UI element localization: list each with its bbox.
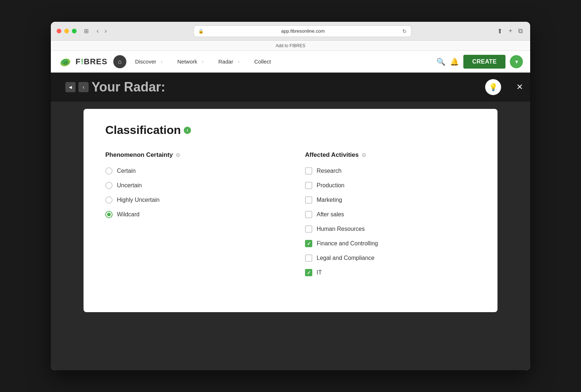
bulb-button[interactable]: 💡 [485, 79, 501, 95]
lock-icon: 🔒 [198, 29, 204, 34]
activities-section: Affected Activities ⊙ Research Productio… [305, 151, 476, 276]
app-logo: F!BRES [58, 54, 107, 69]
checkbox-item-research[interactable]: Research [305, 167, 476, 175]
checkbox-research[interactable] [305, 167, 312, 175]
checkbox-item-it[interactable]: IT [305, 269, 476, 276]
radio-certain[interactable] [105, 167, 113, 175]
minimize-window-button[interactable] [64, 29, 69, 33]
share-button[interactable]: ⬆ [496, 26, 504, 37]
radio-highly-uncertain-label: Highly Uncertain [117, 197, 159, 203]
checkbox-production-label: Production [317, 182, 345, 189]
radio-wildcard[interactable] [105, 211, 113, 218]
traffic-lights [57, 29, 77, 33]
radio-item-wildcard[interactable]: Wildcard [105, 211, 276, 218]
logo-svg [58, 54, 73, 69]
create-button[interactable]: CREATE [463, 55, 505, 69]
activities-checkbox-group: Research Production Marketing After [305, 167, 476, 276]
app-nav: F!BRES ⌂ Discover Network Radar Collect … [51, 51, 530, 73]
hero-collapse-button[interactable]: ◄ [65, 82, 76, 92]
sidebar-toggle-icon[interactable]: ⊞ [84, 28, 89, 34]
hero-area: ◄ ‹ Your Radar: 💡 ✕ [51, 73, 530, 102]
back-button[interactable]: ‹ [94, 26, 101, 36]
checkbox-item-production[interactable]: Production [305, 182, 476, 189]
checkbox-legal[interactable] [305, 254, 312, 262]
checkbox-item-marketing[interactable]: Marketing [305, 196, 476, 204]
radio-wildcard-label: Wildcard [117, 211, 139, 218]
toolbar-actions: ⬆ + ⧉ [496, 26, 524, 37]
radio-item-highly-uncertain[interactable]: Highly Uncertain [105, 196, 276, 204]
checkbox-finance[interactable] [305, 240, 312, 247]
checkbox-item-finance[interactable]: Finance and Controlling [305, 240, 476, 247]
notification-button[interactable]: 🔔 [450, 57, 459, 66]
title-bar: ⊞ ‹ › 🔒 app.fibresonline.com ↻ ⬆ + ⧉ [51, 22, 530, 41]
close-hero-button[interactable]: ✕ [516, 82, 523, 92]
phenomenon-info-icon[interactable]: ⊙ [176, 152, 180, 158]
radio-highly-uncertain[interactable] [105, 196, 113, 204]
panel-info-badge[interactable]: i [184, 127, 191, 134]
bulb-icon: 💡 [489, 83, 498, 91]
radio-item-certain[interactable]: Certain [105, 167, 276, 175]
checkbox-after-sales[interactable] [305, 211, 312, 218]
phenomenon-title: Phenomenon Certainty ⊙ [105, 151, 276, 159]
url-text: app.fibresonline.com [207, 28, 399, 34]
add-bar: Add to FIBRES [51, 41, 530, 51]
checkbox-it[interactable] [305, 269, 312, 276]
radio-certain-label: Certain [117, 168, 136, 174]
logo-text: F!BRES [76, 57, 107, 66]
hero-back-button[interactable]: ‹ [78, 82, 89, 92]
phenomenon-section: Phenomenon Certainty ⊙ Certain Uncertain [105, 151, 276, 276]
checkbox-item-after-sales[interactable]: After sales [305, 211, 476, 218]
radio-uncertain[interactable] [105, 182, 113, 189]
checkbox-finance-label: Finance and Controlling [317, 240, 378, 247]
nav-item-collect[interactable]: Collect [247, 56, 278, 67]
reload-icon[interactable]: ↻ [402, 28, 407, 34]
checkbox-legal-label: Legal and Compliance [317, 255, 374, 261]
nav-item-discover[interactable]: Discover [128, 56, 170, 68]
forward-button[interactable]: › [102, 26, 109, 36]
search-button[interactable]: 🔍 [436, 57, 446, 66]
checkbox-item-hr[interactable]: Human Resources [305, 225, 476, 233]
radio-item-uncertain[interactable]: Uncertain [105, 182, 276, 189]
tab-overview-button[interactable]: ⧉ [517, 26, 524, 36]
checkbox-production[interactable] [305, 182, 312, 189]
url-bar[interactable]: 🔒 app.fibresonline.com ↻ [194, 25, 411, 37]
hero-title: Your Radar: [92, 79, 165, 95]
nav-right: 🔍 🔔 CREATE ▾ [436, 55, 523, 69]
checkbox-hr-label: Human Resources [317, 226, 365, 232]
home-button[interactable]: ⌂ [113, 55, 126, 68]
nav-item-radar[interactable]: Radar [211, 56, 247, 68]
checkbox-marketing-label: Marketing [317, 197, 342, 203]
phenomenon-radio-group: Certain Uncertain Highly Uncertain [105, 167, 276, 218]
new-tab-button[interactable]: + [507, 26, 514, 36]
add-bar-text: Add to FIBRES [276, 43, 305, 48]
activities-info-icon[interactable]: ⊙ [362, 152, 366, 158]
nav-item-network[interactable]: Network [170, 56, 211, 68]
checkbox-item-legal[interactable]: Legal and Compliance [305, 254, 476, 262]
checkbox-it-label: IT [317, 269, 322, 276]
maximize-window-button[interactable] [72, 29, 77, 33]
hero-nav: ◄ ‹ [65, 82, 89, 92]
checkbox-marketing[interactable] [305, 196, 312, 204]
close-window-button[interactable] [57, 29, 61, 33]
radio-uncertain-label: Uncertain [117, 182, 142, 189]
checkbox-research-label: Research [317, 168, 341, 174]
panel-title: Classification i [105, 123, 476, 137]
classification-panel: Classification i Phenomenon Certainty ⊙ [84, 109, 497, 312]
panel-title-text: Classification [105, 123, 181, 137]
activities-title: Affected Activities ⊙ [305, 151, 476, 159]
browser-nav-buttons: ‹ › [94, 26, 109, 36]
content-area: Classification i Phenomenon Certainty ⊙ [51, 102, 530, 370]
checkbox-hr[interactable] [305, 225, 312, 233]
checkbox-after-sales-label: After sales [317, 211, 344, 218]
nav-items: Discover Network Radar Collect [128, 56, 278, 68]
user-avatar-button[interactable]: ▾ [510, 55, 523, 68]
classification-body: Phenomenon Certainty ⊙ Certain Uncertain [105, 151, 476, 276]
browser-window: ⊞ ‹ › 🔒 app.fibresonline.com ↻ ⬆ + ⧉ Add… [51, 22, 530, 370]
